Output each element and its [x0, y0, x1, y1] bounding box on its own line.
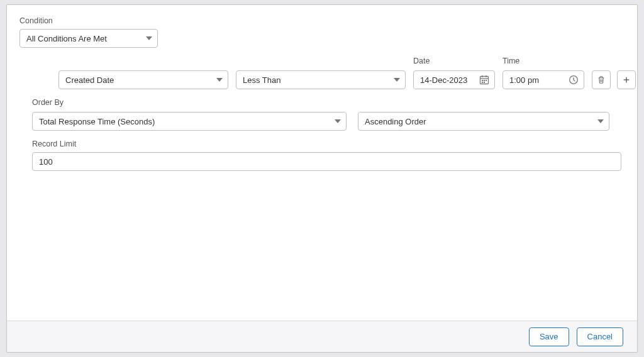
order-by-field-select[interactable]: Total Response Time (Seconds) [32, 112, 347, 131]
chevron-down-icon [335, 118, 341, 124]
condition-match-select[interactable]: All Conditions Are Met [19, 29, 158, 48]
calendar-icon [479, 75, 489, 85]
time-label: Time [502, 57, 584, 67]
svg-rect-5 [484, 80, 485, 81]
cancel-button[interactable]: Cancel [577, 327, 623, 346]
order-by-direction-value: Ascending Order [365, 117, 426, 126]
spacer-label [236, 57, 406, 67]
time-value: 1:00 pm [509, 75, 569, 85]
order-by-direction-select[interactable]: Ascending Order [358, 112, 609, 131]
date-label: Date [413, 57, 495, 67]
add-row-button[interactable] [617, 70, 636, 89]
dialog-container: Condition All Conditions Are Met Created… [6, 4, 638, 353]
date-value: 14-Dec-2023 [420, 75, 479, 85]
condition-row: Created Date Less Than Date 1 [58, 57, 625, 89]
trash-icon [597, 75, 606, 84]
field-select[interactable]: Created Date [58, 70, 228, 89]
spacer-label [358, 98, 609, 108]
spacer-label [58, 57, 228, 67]
save-button[interactable]: Save [529, 327, 569, 346]
operator-select-value: Less Than [243, 75, 280, 85]
record-limit-label: Record Limit [32, 140, 625, 148]
operator-select[interactable]: Less Than [236, 70, 406, 89]
chevron-down-icon [394, 77, 400, 83]
dialog-footer: Save Cancel [7, 321, 637, 352]
time-input[interactable]: 1:00 pm [502, 70, 584, 89]
chevron-down-icon [597, 118, 604, 124]
svg-rect-4 [482, 80, 483, 81]
svg-rect-8 [484, 82, 485, 83]
date-input[interactable]: 14-Dec-2023 [413, 70, 495, 89]
condition-section: Condition All Conditions Are Met [19, 16, 625, 48]
spacer-label [592, 57, 609, 67]
spacer-label [617, 57, 635, 67]
field-select-value: Created Date [65, 75, 114, 85]
condition-label: Condition [19, 16, 625, 25]
chevron-down-icon [216, 77, 223, 83]
dialog-body: Condition All Conditions Are Met Created… [7, 5, 637, 321]
chevron-down-icon [146, 35, 152, 41]
clock-icon [569, 75, 579, 85]
condition-match-value: All Conditions Are Met [26, 34, 107, 43]
svg-rect-6 [486, 80, 487, 81]
record-limit-row: Record Limit [32, 140, 625, 171]
plus-icon [622, 75, 631, 84]
record-limit-input[interactable] [32, 152, 621, 171]
order-by-field-value: Total Response Time (Seconds) [39, 117, 155, 126]
order-by-label: Order By [32, 98, 347, 108]
delete-row-button[interactable] [592, 70, 611, 89]
svg-rect-7 [482, 82, 483, 83]
order-by-row: Order By Total Response Time (Seconds) A… [32, 98, 625, 131]
